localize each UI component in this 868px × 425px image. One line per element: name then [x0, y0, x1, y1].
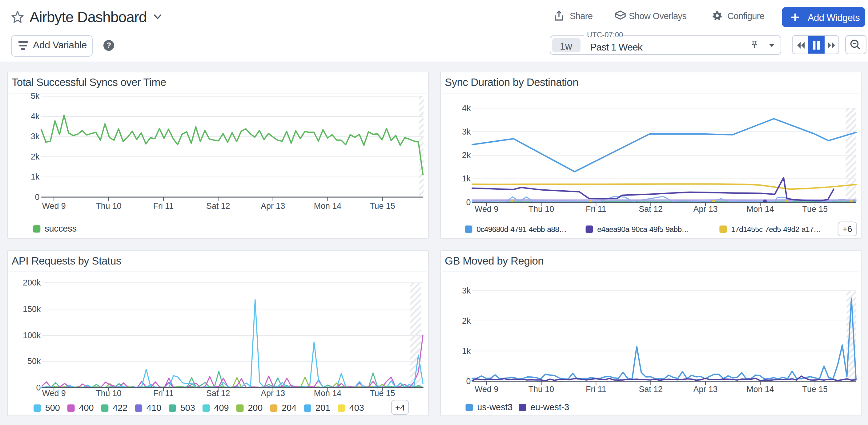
svg-text:4k: 4k [31, 112, 40, 121]
svg-text:e4aea90a-90ca-49f5-9abb…: e4aea90a-90ca-49f5-9abb… [597, 225, 689, 234]
svg-text:204: 204 [282, 403, 297, 413]
svg-text:201: 201 [315, 403, 330, 413]
svg-text:Mon 14: Mon 14 [314, 389, 341, 398]
svg-text:410: 410 [147, 403, 161, 413]
svg-text:200: 200 [248, 403, 262, 413]
svg-text:Tue 15: Tue 15 [802, 385, 828, 394]
svg-text:GB Moved by Region: GB Moved by Region [445, 255, 544, 267]
svg-text:503: 503 [180, 403, 195, 413]
svg-text:4k: 4k [462, 103, 471, 113]
svg-text:100k: 100k [23, 331, 41, 340]
svg-text:API Requests by Status: API Requests by Status [12, 255, 121, 267]
svg-text:Apr 13: Apr 13 [261, 389, 285, 398]
svg-text:Apr 13: Apr 13 [693, 385, 718, 394]
svg-text:Apr 13: Apr 13 [261, 202, 285, 211]
svg-text:150k: 150k [23, 305, 41, 314]
svg-text:Tue 15: Tue 15 [370, 389, 395, 398]
svg-text:200k: 200k [23, 278, 41, 287]
svg-text:1k: 1k [462, 174, 471, 183]
svg-text:Mon 14: Mon 14 [746, 385, 774, 394]
svg-text:Wed 9: Wed 9 [42, 202, 66, 211]
svg-text:409: 409 [214, 403, 229, 413]
svg-text:success: success [44, 223, 76, 234]
svg-text:403: 403 [349, 403, 364, 413]
svg-text:0: 0 [36, 383, 41, 392]
svg-text:Sat 12: Sat 12 [639, 385, 662, 394]
svg-text:Wed 9: Wed 9 [475, 205, 498, 214]
svg-text:1k: 1k [31, 172, 40, 181]
svg-text:us-west3: us-west3 [477, 402, 513, 412]
svg-text:1k: 1k [462, 346, 471, 356]
svg-text:Sat 12: Sat 12 [639, 205, 662, 214]
svg-text:0: 0 [466, 377, 471, 386]
svg-text:0: 0 [466, 198, 471, 207]
svg-text:Thu 10: Thu 10 [528, 385, 554, 394]
svg-text:+6: +6 [842, 224, 852, 234]
svg-text:50k: 50k [27, 357, 41, 366]
svg-text:3k: 3k [462, 286, 471, 295]
svg-text:400: 400 [79, 403, 94, 413]
svg-text:Sat 12: Sat 12 [206, 202, 230, 211]
svg-text:2k: 2k [31, 152, 40, 161]
svg-text:Total Successful Syncs over Ti: Total Successful Syncs over Time [12, 77, 166, 88]
svg-text:Fri 11: Fri 11 [153, 389, 174, 398]
svg-text:17d1455c-7ed5-49d2-a17…: 17d1455c-7ed5-49d2-a17… [731, 225, 821, 234]
svg-text:Sat 12: Sat 12 [206, 389, 230, 398]
svg-text:3k: 3k [462, 127, 471, 136]
svg-text:Apr 13: Apr 13 [693, 205, 718, 214]
svg-text:Fri 11: Fri 11 [586, 205, 607, 214]
svg-text:0: 0 [35, 192, 39, 202]
svg-text:+4: +4 [395, 403, 405, 413]
svg-text:Wed 9: Wed 9 [42, 389, 66, 398]
svg-text:?: ? [106, 41, 111, 50]
svg-text:5k: 5k [31, 91, 40, 101]
svg-text:2k: 2k [462, 316, 471, 326]
svg-text:Fri 11: Fri 11 [153, 202, 174, 211]
svg-text:Sync Duration by Destination: Sync Duration by Destination [445, 77, 578, 88]
svg-text:0c49680d-4791-4ebb-a88…: 0c49680d-4791-4ebb-a88… [476, 225, 566, 234]
svg-text:422: 422 [113, 403, 127, 413]
svg-text:Thu 10: Thu 10 [528, 205, 554, 214]
svg-text:Tue 15: Tue 15 [370, 202, 395, 211]
svg-text:3k: 3k [31, 132, 40, 141]
svg-text:Mon 14: Mon 14 [314, 202, 341, 211]
svg-text:Fri 11: Fri 11 [586, 385, 606, 394]
svg-text:2k: 2k [462, 151, 471, 160]
svg-text:Thu 10: Thu 10 [96, 389, 121, 398]
svg-text:Tue 15: Tue 15 [802, 205, 828, 214]
svg-text:Mon 14: Mon 14 [746, 205, 774, 214]
svg-text:Thu 10: Thu 10 [96, 202, 121, 211]
svg-text:Wed 9: Wed 9 [475, 385, 498, 394]
svg-text:eu-west-3: eu-west-3 [530, 402, 569, 412]
svg-text:500: 500 [45, 403, 60, 413]
